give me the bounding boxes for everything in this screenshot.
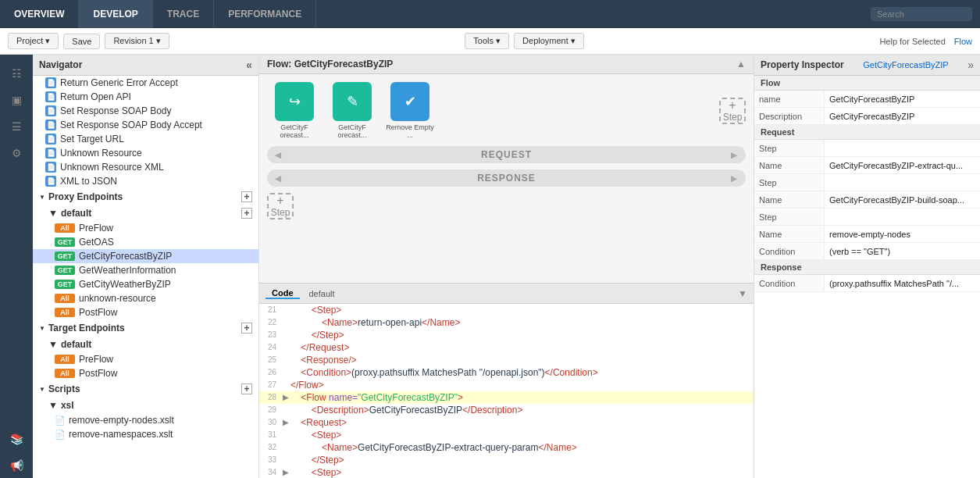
add-step-button[interactable]: + Step [719, 98, 746, 124]
nav-item-icon: 📄 [45, 91, 56, 102]
sidebar-icon-package[interactable]: ▣ [4, 87, 29, 112]
flow-header: Flow: GetCityForecastByZIP ▲ [259, 55, 754, 74]
nav-unknown-resource[interactable]: All unknown-resource [33, 291, 258, 305]
tab-trace[interactable]: TRACE [153, 0, 214, 28]
code-line-34: 34 ▶ <Step> [259, 466, 754, 478]
help-text: Help for Selected [879, 37, 945, 46]
xsl-section[interactable]: ▼ xsl [33, 398, 258, 413]
nav-target-preflow[interactable]: All PreFlow [33, 352, 258, 366]
flow-link[interactable]: Flow [954, 37, 972, 46]
add-step-bottom-button[interactable]: + Step [267, 193, 294, 219]
project-button[interactable]: Project ▾ [8, 33, 59, 49]
target-endpoints-add-btn[interactable]: + [241, 323, 252, 334]
response-label: RESPONSE [477, 173, 536, 184]
nav-item-xml-to-json[interactable]: 📄 XML to JSON [33, 174, 258, 188]
search-input[interactable] [871, 7, 972, 21]
property-inspector-flow-name: GetCityForecastByZIP [863, 60, 948, 70]
nav-remove-empty-nodes[interactable]: 📄 remove-empty-nodes.xslt [33, 413, 258, 427]
sidebar-icon-files[interactable]: ☷ [4, 61, 29, 86]
deployment-button[interactable]: Deployment ▾ [514, 33, 584, 49]
nav-remove-namespaces[interactable]: 📄 remove-namespaces.xslt [33, 427, 258, 441]
nav-item-icon: 📄 [45, 176, 56, 187]
target-endpoints-section[interactable]: ▼ Target Endpoints + [33, 319, 258, 337]
tab-performance[interactable]: PERFORMANCE [214, 0, 316, 28]
nav-item-icon: 📄 [45, 148, 56, 159]
flow-step-icon-3: ✔ [390, 82, 429, 121]
prop-row-req-name2: Name GetCityForecastByZIP-build-soap... [754, 191, 980, 209]
nav-item-set-target-url[interactable]: 📄 Set Target URL [33, 132, 258, 146]
code-line-32: 32 <Name>GetCityForecastByZIP-extract-qu… [259, 441, 754, 454]
flow-step-3[interactable]: ✔ Remove Empty ... [383, 82, 437, 139]
top-nav: OVERVIEW DEVELOP TRACE PERFORMANCE [0, 0, 980, 28]
code-line-31: 31 <Step> [259, 429, 754, 441]
method-all-badge: All [55, 355, 75, 364]
code-line-33: 33 </Step> [259, 454, 754, 466]
sidebar-icon-list[interactable]: ☰ [4, 114, 29, 139]
code-line-23: 23 </Step> [259, 329, 754, 341]
nav-item-unknown-resource-xml[interactable]: 📄 Unknown Resource XML [33, 160, 258, 174]
code-body: 21 <Step> 22 <Name>return-open-api</Name… [259, 304, 754, 478]
nav-item-return-open-api[interactable]: 📄 Return Open API [33, 90, 258, 104]
nav-target-postflow[interactable]: All PostFlow [33, 366, 258, 380]
method-get-badge: GET [55, 237, 75, 247]
scripts-add-btn[interactable]: + [241, 383, 252, 394]
nav-item-return-generic[interactable]: 📄 Return Generic Error Accept [33, 76, 258, 90]
nav-item-set-response-soap-accept[interactable]: 📄 Set Response SOAP Body Accept [33, 118, 258, 132]
save-button[interactable]: Save [63, 34, 100, 49]
nav-postflow[interactable]: All PostFlow [33, 305, 258, 319]
flow-step-1[interactable]: ↪ GetCityF orecast... [267, 82, 322, 139]
code-line-22: 22 <Name>return-open-api</Name> [259, 316, 754, 329]
code-line-21: 21 <Step> [259, 304, 754, 316]
default-tab[interactable]: default [303, 289, 341, 298]
code-line-27: 27 </Flow> [259, 379, 754, 391]
nav-getweatherinformation[interactable]: GET GetWeatherInformation [33, 263, 258, 277]
nav-preflow[interactable]: All PreFlow [33, 221, 258, 235]
proxy-endpoints-section[interactable]: ▼ Proxy Endpoints + [33, 188, 258, 205]
prop-section-response: Response [754, 260, 980, 275]
property-panel: Property Inspector GetCityForecastByZIP … [754, 55, 980, 478]
code-line-24: 24 </Request> [259, 341, 754, 354]
request-bar: REQUEST [267, 146, 746, 163]
property-inspector-title: Property Inspector [761, 59, 844, 70]
flow-step-label-1: GetCityF orecast... [267, 123, 322, 139]
nav-item-icon: 📄 [45, 105, 56, 116]
file-icon: 📄 [55, 416, 66, 426]
add-step-bottom-area: + Step [267, 193, 746, 219]
tab-overview[interactable]: OVERVIEW [0, 0, 79, 28]
code-tab[interactable]: Code [265, 288, 300, 299]
toolbar: Project ▾ Save Revision 1 ▾ Tools ▾ Depl… [0, 28, 980, 55]
flow-step-2[interactable]: ✎ GetCityF orecast... [325, 82, 380, 139]
sidebar-icon-megaphone[interactable]: 📢 [4, 453, 29, 478]
prop-row-req-name1: Name GetCityForecastByZIP-extract-qu... [754, 157, 980, 174]
nav-getcityforecastbyzip[interactable]: GET GetCityForecastByZIP [33, 249, 258, 263]
nav-getoas[interactable]: GET GetOAS [33, 235, 258, 249]
code-line-30: 30 ▶ <Request> [259, 416, 754, 429]
property-expand-btn[interactable]: » [968, 59, 974, 71]
tools-button[interactable]: Tools ▾ [465, 33, 509, 49]
method-all-badge: All [55, 294, 75, 303]
nav-item-set-response-soap[interactable]: 📄 Set Response SOAP Body [33, 104, 258, 118]
flow-collapse-btn[interactable]: ▲ [736, 59, 746, 70]
navigator-collapse-btn[interactable]: « [246, 59, 252, 71]
code-expand-btn[interactable]: ▼ [738, 288, 747, 299]
code-line-26: 26 <Condition>(proxy.pathsuffix MatchesP… [259, 366, 754, 379]
navigator-title: Navigator [39, 59, 82, 70]
nav-item-unknown-resource[interactable]: 📄 Unknown Resource [33, 146, 258, 160]
revision-button[interactable]: Revision 1 ▾ [105, 33, 169, 49]
sidebar-icon-book[interactable]: 📚 [4, 426, 29, 451]
main-content: ☷ ▣ ☰ ⚙ 📚 📢 Navigator « 📄 Return Generic… [0, 55, 980, 478]
method-get-badge: GET [55, 280, 75, 289]
proxy-endpoints-add-btn[interactable]: + [241, 191, 252, 202]
target-default-section[interactable]: ▼ default [33, 337, 258, 352]
navigator-body: 📄 Return Generic Error Accept 📄 Return O… [33, 76, 258, 478]
nav-item-icon: 📄 [45, 134, 56, 144]
navigator-panel: Navigator « 📄 Return Generic Error Accep… [33, 55, 259, 478]
nav-item-icon: 📄 [45, 77, 56, 88]
proxy-default-section[interactable]: ▼ default + [33, 205, 258, 221]
property-header: Property Inspector GetCityForecastByZIP … [754, 55, 980, 76]
scripts-section[interactable]: ▼ Scripts + [33, 380, 258, 398]
nav-getcityweatherbyzip[interactable]: GET GetCityWeatherByZIP [33, 277, 258, 291]
sidebar-icon-gear[interactable]: ⚙ [4, 141, 29, 166]
tab-develop[interactable]: DEVELOP [79, 0, 152, 28]
proxy-default-add-btn[interactable]: + [241, 208, 252, 219]
